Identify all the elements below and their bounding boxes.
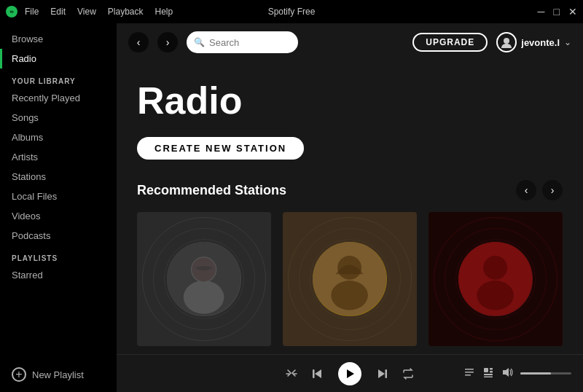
next-button[interactable] — [376, 368, 388, 380]
create-station-button[interactable]: CREATE NEW STATION — [137, 137, 304, 160]
app-title: Spotify Free — [268, 7, 316, 17]
search-box[interactable]: 🔍 — [187, 31, 298, 53]
play-button[interactable] — [338, 362, 361, 385]
app-body: Browse Radio YOUR LIBRARY Recently Playe… — [0, 23, 583, 392]
back-button[interactable]: ‹ — [128, 32, 149, 52]
svg-marker-16 — [378, 369, 385, 378]
username-label: jevonte.l — [521, 37, 560, 48]
maximize-button[interactable]: □ — [554, 6, 560, 17]
prev-button[interactable] — [312, 368, 324, 380]
user-menu[interactable]: jevonte.l ⌄ — [496, 32, 571, 52]
svg-rect-22 — [490, 371, 493, 373]
svg-marker-13 — [315, 369, 321, 378]
menu-help[interactable]: Help — [155, 7, 173, 17]
repeat-button[interactable] — [402, 368, 414, 380]
local-files-label: Local Files — [12, 191, 57, 202]
queue-button[interactable] — [482, 366, 494, 380]
svg-marker-14 — [347, 369, 354, 378]
svg-rect-21 — [490, 368, 493, 370]
back-arrow-icon: ‹ — [137, 36, 141, 48]
sidebar-item-starred[interactable]: Starred — [0, 265, 117, 285]
svg-rect-20 — [484, 368, 488, 372]
sidebar-item-artists[interactable]: Artists — [0, 147, 117, 167]
shuffle-button[interactable] — [286, 368, 297, 380]
menu-playback[interactable]: Playback — [108, 7, 144, 17]
radio-label: Radio — [12, 53, 36, 64]
minimize-button[interactable]: ─ — [538, 6, 545, 17]
titlebar: File Edit View Playback Help Spotify Fre… — [0, 0, 583, 23]
radio-page: Radio CREATE NEW STATION Recommended Sta… — [117, 61, 583, 354]
sidebar-item-local-files[interactable]: Local Files — [0, 187, 117, 206]
menu-view[interactable]: View — [77, 7, 96, 17]
plus-circle-icon: + — [12, 367, 26, 382]
svg-point-0 — [504, 38, 509, 44]
station-image-21-savage — [429, 212, 563, 346]
svg-point-7 — [332, 281, 369, 310]
sidebar-item-browse[interactable]: Browse — [0, 29, 117, 49]
station-card-khalid[interactable]: Khalid — [283, 212, 417, 354]
videos-label: Videos — [12, 211, 41, 222]
sidebar-item-recently-played[interactable]: Recently Played — [0, 88, 117, 108]
volume-fill — [520, 372, 551, 375]
sidebar-item-videos[interactable]: Videos — [0, 206, 117, 226]
recommended-title: Recommended Stations — [137, 183, 286, 198]
stations-label: Stations — [12, 171, 46, 182]
browse-label: Browse — [12, 34, 43, 44]
svg-rect-23 — [484, 374, 493, 375]
lyrics-button[interactable] — [463, 366, 475, 380]
search-icon: 🔍 — [194, 37, 205, 47]
songs-label: Songs — [12, 112, 39, 123]
sidebar-item-stations[interactable]: Stations — [0, 167, 117, 187]
station-image-post-malone — [137, 212, 271, 346]
section-prev-button[interactable]: ‹ — [516, 180, 536, 200]
menu-edit[interactable]: Edit — [50, 7, 66, 17]
new-playlist-label: New Playlist — [32, 369, 84, 380]
navbar: ‹ › 🔍 UPGRADE jevonte.l ⌄ — [117, 23, 583, 61]
window-controls: ─ □ ✕ — [538, 6, 577, 17]
sidebar-item-albums[interactable]: Albums — [0, 128, 117, 147]
svg-marker-25 — [503, 368, 509, 377]
station-card-post-malone[interactable]: Post Malone — [137, 212, 271, 354]
new-playlist-button[interactable]: + New Playlist — [0, 363, 117, 386]
page-title: Radio — [137, 79, 563, 122]
starred-label: Starred — [12, 270, 43, 281]
spotify-logo-icon — [6, 6, 17, 17]
artists-label: Artists — [12, 152, 38, 162]
titlebar-menu: File Edit View Playback Help — [25, 7, 173, 17]
svg-rect-24 — [484, 377, 493, 378]
svg-rect-18 — [465, 372, 474, 373]
user-avatar-icon — [496, 32, 517, 52]
recommended-section-header: Recommended Stations ‹ › — [137, 180, 563, 200]
sidebar-item-podcasts[interactable]: Podcasts — [0, 226, 117, 246]
stations-grid: Post Malone — [137, 212, 563, 354]
titlebar-left: File Edit View Playback Help — [6, 6, 173, 17]
recently-played-label: Recently Played — [12, 93, 80, 103]
svg-rect-15 — [386, 369, 388, 378]
main-content: ‹ › 🔍 UPGRADE jevonte.l ⌄ — [117, 23, 583, 392]
player-bar — [117, 354, 583, 392]
library-section-label: YOUR LIBRARY — [0, 68, 117, 88]
player-right — [440, 366, 571, 380]
close-button[interactable]: ✕ — [568, 6, 577, 17]
station-image-khalid — [283, 212, 417, 346]
search-input[interactable] — [209, 37, 291, 48]
svg-point-3 — [184, 281, 224, 315]
sidebar-item-songs[interactable]: Songs — [0, 108, 117, 128]
artist-photo-post-malone — [167, 242, 240, 315]
podcasts-label: Podcasts — [12, 230, 50, 241]
upgrade-button[interactable]: UPGRADE — [412, 33, 488, 52]
albums-label: Albums — [12, 132, 43, 143]
sidebar-item-radio[interactable]: Radio — [0, 49, 117, 68]
volume-bar[interactable] — [520, 372, 571, 375]
playlists-section-label: PLAYLISTS — [0, 246, 117, 265]
svg-rect-17 — [465, 369, 474, 370]
svg-rect-19 — [465, 375, 471, 376]
volume-icon — [501, 366, 513, 380]
forward-button[interactable]: › — [157, 32, 178, 52]
section-nav-arrows: ‹ › — [516, 180, 563, 200]
artist-photo-21-savage — [458, 242, 532, 315]
menu-file[interactable]: File — [25, 7, 39, 17]
artist-photo-khalid — [313, 242, 386, 315]
station-card-21-savage[interactable]: 21 Savage — [429, 212, 563, 354]
section-next-button[interactable]: › — [542, 180, 563, 200]
